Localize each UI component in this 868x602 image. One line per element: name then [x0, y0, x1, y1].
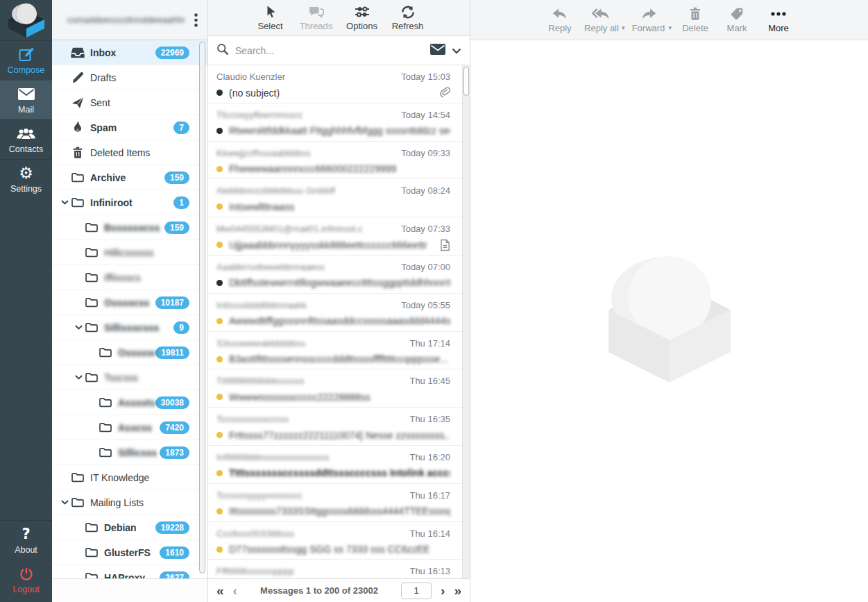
sidebar-item-mail[interactable]: Mail — [0, 80, 52, 119]
chevron-down-icon[interactable] — [72, 325, 85, 330]
flagged-dot[interactable] — [216, 203, 223, 210]
folder-item-redacted-7[interactable]: Tsscsss — [52, 365, 207, 390]
flagged-dot[interactable] — [216, 318, 223, 324]
message-row[interactable]: Ccc6sss003388sssThu 16:14D77sssssssttssg… — [208, 522, 470, 560]
folder-item-infiniroot[interactable]: Infiniroot1 — [52, 190, 207, 215]
refresh-icon — [400, 4, 416, 19]
folder-item-archive[interactable]: Archive159 — [52, 165, 207, 190]
message-row[interactable]: Fff6666ssssssppppThu 16:13Tssj jl li bb … — [208, 560, 470, 578]
next-page-button[interactable]: › — [441, 584, 445, 597]
dropdown-caret-icon[interactable]: ▾ — [669, 24, 672, 31]
message-row[interactable]: TccssssyyyyvvvsssccThu 16:17Ittssssssss7… — [208, 484, 470, 522]
flagged-dot[interactable] — [216, 356, 223, 362]
folder-scrollbar-thumb[interactable] — [199, 42, 205, 574]
message-scrollbar[interactable] — [462, 65, 470, 578]
message-subject: Awwwdttffggsssnnfttssaasddccsssssaaasddd… — [229, 315, 450, 326]
refresh-button[interactable]: Refresh — [387, 4, 429, 31]
message-sender: Inf6666bbbsssssssssssssss — [216, 452, 330, 462]
folder-label: Sillissscsss — [104, 322, 173, 333]
folder-item-redacted-4[interactable]: Osssscss10187 — [52, 290, 207, 315]
sidebar-item-label: Logout — [12, 585, 39, 594]
folder-item-redacted-2[interactable]: Hillicssssss — [52, 240, 207, 265]
message-row[interactable]: TfcccwyyffeerrnnssccToday 14:54Rtwwniitt… — [208, 103, 470, 142]
unread-dot[interactable] — [216, 280, 223, 286]
prev-page-button[interactable]: ‹ — [233, 584, 237, 597]
sidebar-item-compose[interactable]: Compose — [0, 40, 52, 80]
sidebar-item-logout[interactable]: Logout — [0, 560, 52, 599]
message-row[interactable]: Claudio KuenzlerToday 15:03(no subject) — [208, 65, 470, 103]
more-button[interactable]: More — [758, 6, 799, 33]
message-row[interactable]: Mw0445553M01@mail01.infiniroot.cToday 07… — [208, 217, 470, 256]
folder-item-spam[interactable]: Spam7 — [52, 115, 207, 140]
message-date: Thu 16:17 — [409, 490, 450, 501]
folder-item-sent[interactable]: Sent — [52, 90, 207, 115]
message-row[interactable]: Atebbbnnzzbbbttkkuu GmbbffToday 08:24Int… — [208, 179, 470, 217]
message-sender: Ttt9996666bbbssssss — [216, 376, 304, 386]
search-scope-envelope-icon[interactable] — [430, 44, 445, 58]
folder-item-redacted-5[interactable]: Sillissscsss9 — [52, 315, 207, 340]
message-subject: Ujjjaaabbbnnnyyyysskk888eettcccccc666eet… — [229, 240, 434, 251]
message-row[interactable]: TccsssssssscccssThu 16:35Frttssss77zzzzz… — [208, 408, 470, 446]
flagged-dot[interactable] — [216, 546, 223, 553]
delete-button[interactable]: Delete — [675, 6, 715, 33]
toolbar-button-label: Delete — [682, 23, 708, 33]
folder-item-redacted-3[interactable]: Iffiissscs — [52, 265, 207, 290]
flagged-dot[interactable] — [216, 166, 223, 172]
flame-icon — [71, 121, 85, 134]
sidebar-item-about[interactable]: ?About — [0, 520, 52, 560]
search-input[interactable] — [235, 45, 424, 56]
unread-dot[interactable] — [216, 128, 223, 134]
dropdown-caret-icon[interactable]: ▾ — [622, 24, 625, 31]
page-number-input[interactable] — [401, 583, 432, 599]
folder-item-inbox[interactable]: Inbox22969 — [52, 40, 207, 65]
folder-label: Mailing Lists — [90, 497, 189, 508]
flagged-dot[interactable] — [216, 470, 223, 476]
folder-item-haproxy[interactable]: HAProxy3627 — [52, 565, 207, 578]
folder-item-redacted-9[interactable]: Asscss7420 — [52, 415, 207, 440]
mark-button[interactable]: Mark — [717, 6, 757, 33]
chevron-down-icon[interactable] — [72, 375, 85, 380]
options-button[interactable]: Options — [341, 4, 383, 31]
chevron-down-icon[interactable] — [58, 500, 71, 505]
folder-item-redacted-10[interactable]: Sillicsss1873 — [52, 440, 207, 465]
reply-button[interactable]: Reply — [540, 6, 580, 33]
unread-count-badge: 7420 — [160, 421, 189, 434]
first-page-button[interactable]: « — [216, 584, 224, 597]
folder-label: Iffiissscs — [104, 272, 189, 283]
message-row[interactable]: KkwwjjzzffsssaabbbbssToday 09:33Fhwwwwaa… — [208, 142, 470, 180]
unread-count-badge: 19811 — [155, 346, 189, 359]
kebab-menu-icon[interactable] — [189, 13, 202, 27]
folder-item-mailing-lists[interactable]: Mailing Lists — [52, 490, 207, 515]
folders-footer — [52, 578, 207, 602]
chevron-down-icon[interactable] — [58, 200, 71, 205]
flagged-dot[interactable] — [216, 432, 223, 438]
folder-item-deleted-items[interactable]: Deleted Items — [52, 140, 207, 165]
sidebar-item-settings[interactable]: ⚙Settings — [0, 159, 52, 199]
folder-item-glusterfs[interactable]: GlusterFS1610 — [52, 540, 207, 565]
message-row[interactable]: Inf6666bbbsssssssssssssssThu 16:20Ttttss… — [208, 446, 470, 484]
folder-item-it-knowledge[interactable]: IT Knowledge — [52, 465, 207, 490]
message-row[interactable]: InttsssddddttbbnnaakkToday 05:55Awwwdttf… — [208, 294, 470, 332]
message-row[interactable]: Ttt9996666bbbssssssThu 16:45Wwwwsssssssc… — [208, 369, 470, 408]
folder-item-debian[interactable]: Debian19228 — [52, 515, 207, 540]
message-scrollbar-thumb[interactable] — [463, 67, 469, 96]
flagged-dot[interactable] — [216, 508, 223, 515]
flagged-dot[interactable] — [216, 394, 223, 400]
threads-button[interactable]: Threads — [296, 4, 337, 31]
search-options-chevron-down-icon[interactable] — [452, 44, 461, 57]
sidebar-item-contacts[interactable]: Contacts — [0, 119, 52, 159]
message-row[interactable]: AaabbrrssttwwebbnnaaessToday 07:00Dbttff… — [208, 256, 470, 294]
message-row[interactable]: S3ssseeeeabbbbbbssThu 17:14B3asttftttsss… — [208, 332, 470, 370]
folder-item-redacted-6[interactable]: Ossssscss19811 — [52, 340, 207, 365]
folder-item-redacted-1[interactable]: Bsssssscss159 — [52, 215, 207, 240]
reply-all-button[interactable]: Reply all — [581, 6, 622, 33]
forward-button[interactable]: Forward — [629, 6, 669, 33]
flagged-dot[interactable] — [216, 242, 223, 248]
folder-item-drafts[interactable]: Drafts — [52, 65, 207, 90]
folder-item-redacted-8[interactable]: Assssts-cs30038 — [52, 390, 207, 415]
last-page-button[interactable]: » — [454, 584, 461, 597]
unread-dot[interactable] — [216, 90, 223, 96]
mail-icon — [18, 86, 35, 103]
select-button[interactable]: Select — [250, 4, 291, 31]
folder-label: Drafts — [90, 72, 189, 83]
